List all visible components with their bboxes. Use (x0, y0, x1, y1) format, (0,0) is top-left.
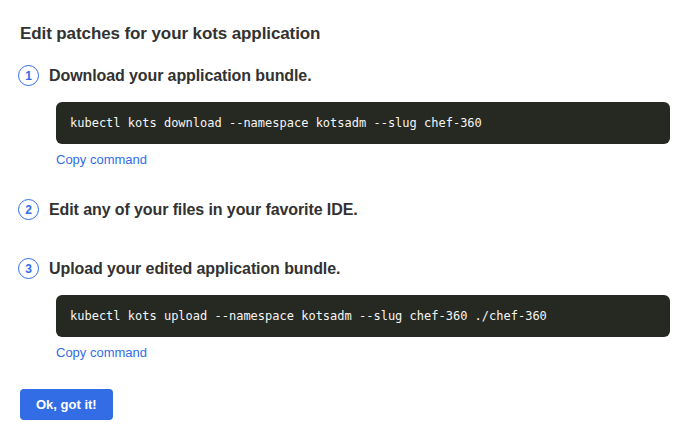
step-download-header: 1 Download your application bundle. (18, 65, 670, 86)
step-2-heading: Edit any of your files in your favorite … (49, 201, 358, 219)
step-edit: 2 Edit any of your files in your favorit… (18, 199, 670, 220)
step-download-body: kubectl kots download --namespace kotsad… (56, 102, 670, 168)
edit-patches-panel: Edit patches for your kots application 1… (0, 0, 690, 420)
page-title: Edit patches for your kots application (20, 24, 670, 44)
step-1-heading: Download your application bundle. (49, 67, 311, 85)
download-command-code: kubectl kots download --namespace kotsad… (56, 102, 670, 144)
ok-got-it-button[interactable]: Ok, got it! (20, 389, 113, 420)
step-upload-body: kubectl kots upload --namespace kotsadm … (56, 295, 670, 361)
step-edit-header: 2 Edit any of your files in your favorit… (18, 199, 670, 220)
step-3-heading: Upload your edited application bundle. (49, 260, 340, 278)
step-upload-header: 3 Upload your edited application bundle. (18, 258, 670, 279)
step-upload: 3 Upload your edited application bundle.… (18, 258, 670, 361)
step-2-number-badge: 2 (18, 199, 39, 220)
step-1-number-badge: 1 (18, 65, 39, 86)
step-download: 1 Download your application bundle. kube… (18, 65, 670, 168)
upload-command-code: kubectl kots upload --namespace kotsadm … (56, 295, 670, 337)
step-3-number-badge: 3 (18, 258, 39, 279)
upload-copy-command-link[interactable]: Copy command (56, 345, 147, 360)
download-copy-command-link[interactable]: Copy command (56, 152, 147, 167)
